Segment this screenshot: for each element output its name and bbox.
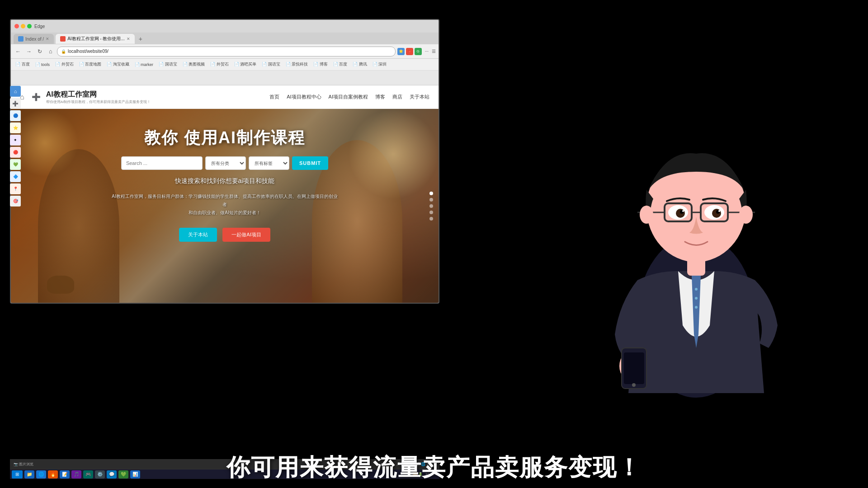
bookmark-wm2[interactable]: 📄 外贸石 [208, 61, 231, 68]
site-header: ⌂ ➕ AI教程工作室网 帮你使用AI制作项目教程，你可用来获得流量卖产品卖服务… [11, 85, 439, 109]
svg-point-1 [695, 288, 698, 291]
svg-point-14 [712, 209, 721, 218]
minimize-icon[interactable] [21, 24, 25, 28]
browser-chrome: Edge Index of / ✕ AI教程工作室网 - 教你使用... ✕ +… [11, 20, 439, 85]
browser-toolbar: ← → ↻ ⌂ 🔒 localhost/website09/ ⭐ 🔖 G ···… [11, 44, 439, 59]
tab2-label: AI教程工作室网 - 教你使用... [67, 36, 125, 42]
bookmark-aotu[interactable]: 📄 奥图视频 [181, 61, 207, 68]
website-content: ⌂ ➕ AI教程工作室网 帮你使用AI制作项目教程，你可用来获得流量卖产品卖服务… [11, 85, 439, 303]
nav-about[interactable]: 关于本站 [410, 94, 429, 100]
submit-button[interactable]: SUBMIT [292, 156, 328, 170]
ext-icon-1[interactable]: ⭐ [397, 48, 405, 55]
tab-1[interactable]: Index of / ✕ [14, 34, 54, 44]
maximize-icon[interactable] [27, 24, 32, 28]
search-input[interactable] [121, 156, 203, 170]
home-button[interactable]: ⌂ [46, 47, 55, 56]
bookmark-marker[interactable]: 📄 marker [133, 61, 156, 68]
svg-point-24 [632, 383, 636, 387]
hero-title: 教你 使用AI制作课程 [144, 127, 305, 149]
bookmark-blog[interactable]: 📄 博客 [311, 61, 330, 68]
svg-point-20 [739, 206, 753, 224]
forward-button[interactable]: → [24, 47, 33, 56]
search-bar: 所有分类 所有标签 SUBMIT [121, 156, 328, 170]
bookmark-guoyu[interactable]: 📄 国语宝 [157, 61, 179, 68]
dot-1[interactable] [429, 192, 433, 195]
nav-shop[interactable]: 商店 [392, 94, 402, 100]
window-controls [14, 24, 32, 28]
bookmark-map[interactable]: 📄 百度地图 [77, 61, 104, 68]
character-area [434, 0, 868, 398]
logo-subtitle: 帮你使用AI制作项目教程，你可用来获得流量卖产品卖服务变现！ [46, 99, 151, 104]
desc-line2: 和自由职业者、做AI短片的爱好者！ [112, 209, 338, 217]
sidebar-icon-7[interactable]: 💚 [10, 159, 21, 170]
hero-buttons: 关于本站 一起做AI项目 [179, 228, 270, 242]
hero-description: AI教程工作室网，服务目标用户群体：学习赚钱技能的学生群体、提高工作效率的在职人… [112, 192, 338, 217]
bottom-subtitle-area: 你可用来获得流量卖产品卖服务变现！ [0, 447, 868, 488]
tab-bar: Index of / ✕ AI教程工作室网 - 教你使用... ✕ + [11, 33, 439, 44]
nav-blog[interactable]: 博客 [375, 94, 385, 100]
bookmark-bd[interactable]: 📄 百度 [331, 61, 349, 68]
back-button[interactable]: ← [14, 47, 23, 56]
address-bar[interactable]: 🔒 localhost/website09/ [57, 47, 396, 56]
browser-label: Edge [34, 24, 45, 29]
hero-section: 教你 使用AI制作课程 所有分类 所有标签 SUBMIT 快速搜索和找到你想要a… [11, 109, 439, 303]
teapot [47, 276, 74, 294]
character-svg [538, 9, 854, 398]
svg-point-13 [676, 209, 685, 218]
sidebar-icon-5[interactable]: ✦ [10, 135, 21, 145]
browser-titlebar: Edge [11, 20, 439, 33]
ext-icon-2[interactable]: 🔖 [406, 48, 413, 55]
bookmark-sz[interactable]: 📄 深圳 [371, 61, 389, 68]
dot-4[interactable] [429, 211, 433, 214]
category-select[interactable]: 所有分类 [205, 156, 246, 170]
bookmark-wm[interactable]: 📄 外贸石 [53, 61, 75, 68]
svg-point-3 [695, 306, 698, 309]
svg-point-2 [695, 297, 698, 300]
sidebar-icon-9[interactable]: 📍 [10, 183, 21, 194]
ext-icon-3[interactable]: G [415, 48, 422, 55]
svg-point-19 [640, 206, 653, 224]
sidebar-icon-8[interactable]: 🔷 [10, 171, 21, 182]
desc-line1: AI教程工作室网，服务目标用户群体：学习赚钱技能的学生群体、提高工作效率的在职人… [112, 192, 338, 209]
bookmark-guoyu2[interactable]: 📄 国语宝 [260, 61, 282, 68]
project-button[interactable]: 一起做AI项目 [222, 228, 270, 242]
tab2-close[interactable]: ✕ [127, 37, 130, 41]
about-button[interactable]: 关于本站 [179, 228, 217, 242]
nav-cases[interactable]: AI项目自案例教程 [329, 94, 368, 100]
tag-select[interactable]: 所有标签 [249, 156, 289, 170]
dot-3[interactable] [429, 204, 433, 208]
nav-tutorial[interactable]: AI项目教程中心 [287, 94, 321, 100]
svg-point-17 [682, 210, 684, 212]
sidebar-icon-4[interactable]: ⭐ [10, 122, 21, 133]
nav-home[interactable]: 首页 [269, 94, 279, 100]
tab1-favicon [18, 36, 24, 42]
sidebar-panel: ⌂ ➕ 🔵 ⭐ ✦ 🔴 💚 🔷 📍 🎯 [10, 86, 22, 206]
tab-2[interactable]: AI教程工作室网 - 教你使用... ✕ [56, 34, 135, 44]
site-logo: AI教程工作室网 帮你使用AI制作项目教程，你可用来获得流量卖产品卖服务变现！ [46, 90, 151, 104]
new-tab-button[interactable]: + [137, 34, 145, 44]
close-icon[interactable] [14, 24, 19, 28]
bookmark-collect[interactable]: 📄 淘宝收藏 [105, 61, 131, 68]
bookmark-tx[interactable]: 📄 腾讯 [351, 61, 369, 68]
bookmark-tools[interactable]: 📄 tools [33, 61, 52, 68]
bookmark-bar[interactable]: 📄 酒吧买单 [232, 61, 259, 68]
sidebar-icon-2[interactable]: ➕ [10, 98, 21, 109]
sidebar-icon-3[interactable]: 🔵 [10, 110, 21, 121]
subtitle-text: 你可用来获得流量卖产品卖服务变现！ [226, 452, 642, 483]
sidebar-icon-6[interactable]: 🔴 [10, 147, 21, 158]
dot-2[interactable] [429, 198, 433, 202]
svg-point-18 [718, 210, 720, 212]
refresh-button[interactable]: ↻ [35, 47, 44, 56]
bookmark-bidu[interactable]: 📄 百度 [14, 61, 32, 68]
toolbar-more[interactable]: ··· [425, 49, 429, 54]
tab1-label: Index of / [25, 37, 44, 42]
sidebar-plus-icon[interactable]: ➕ [32, 93, 41, 101]
sidebar-icon-10[interactable]: 🎯 [10, 196, 21, 206]
bookmark-jy[interactable]: 📄 景悦科技 [284, 61, 310, 68]
svg-rect-23 [624, 352, 644, 384]
sidebar-icon-1[interactable]: ⌂ [10, 86, 21, 97]
logo-title: AI教程工作室网 [46, 90, 151, 99]
address-text: localhost/website09/ [68, 49, 108, 54]
dot-5[interactable] [429, 217, 433, 221]
tab1-close[interactable]: ✕ [46, 37, 49, 41]
